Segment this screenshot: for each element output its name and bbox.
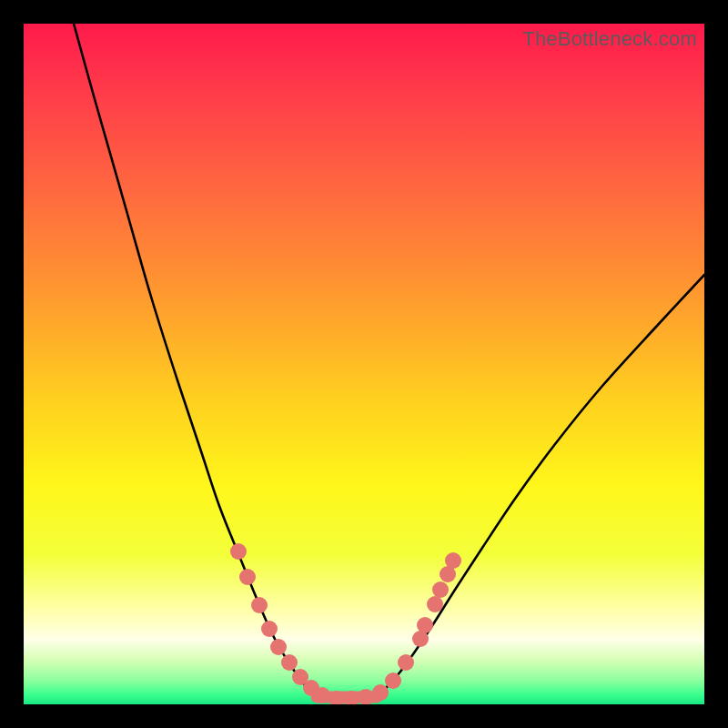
curve-marker [427,596,443,612]
curve-marker [445,552,461,569]
curve-marker [230,543,247,560]
curve-marker [385,672,401,689]
curve-marker [417,617,433,633]
curve-layer [24,24,704,704]
curve-marker [239,569,256,585]
curve-marker [398,654,414,671]
plot-area: TheBottleneck.com [24,24,704,704]
curve-marker [270,639,287,655]
curve-marker [281,654,298,671]
curve-marker [432,581,449,598]
curve-marker [251,597,268,613]
curve-marker [372,684,389,701]
curve-marker [314,687,330,703]
watermark-text: TheBottleneck.com [522,27,697,51]
curve-marker [261,621,278,637]
curve-left-branch [74,24,317,697]
curve-markers [230,543,461,704]
chart-frame: TheBottleneck.com [24,24,704,704]
